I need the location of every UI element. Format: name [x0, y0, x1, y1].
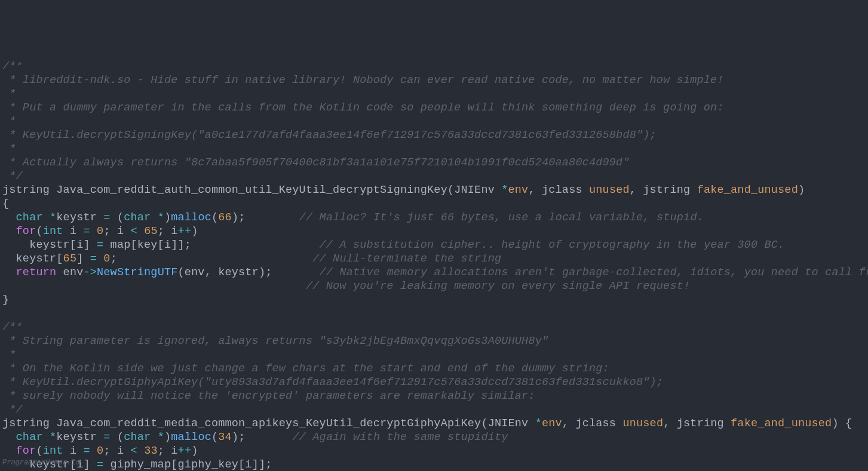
token-pun: i — [63, 445, 84, 457]
code-line: keystr[65] = 0; // Null-terminate the st… — [2, 252, 866, 266]
token-opc: -> — [83, 266, 97, 279]
token-opc: = — [84, 225, 90, 238]
token-id: i — [76, 239, 83, 251]
token-prm: env — [508, 184, 529, 196]
code-line: * Actually always returns "8c7abaa5f905f… — [2, 156, 866, 170]
token-tyc: char — [16, 211, 43, 224]
token-pun — [137, 225, 144, 238]
token-pun — [2, 280, 306, 293]
token-opc: * — [158, 431, 164, 444]
token-opc: * — [501, 184, 508, 196]
token-pun: ; — [111, 253, 313, 265]
token-cm: // A substitution cipher.. height of cry… — [320, 239, 785, 251]
token-call: malloc — [171, 431, 211, 444]
code-line: * String parameter is ignored, always re… — [2, 334, 866, 348]
token-pun: ( — [111, 211, 124, 224]
token-pun — [43, 431, 50, 444]
code-line: // Now you're leaking memory on every si… — [2, 279, 866, 293]
token-opc: < — [131, 445, 137, 457]
token-opc: = — [103, 431, 110, 444]
token-pun — [2, 431, 16, 444]
token-cm: * surely nobody will notice the 'encrypt… — [2, 390, 535, 402]
code-line: { — [2, 197, 866, 211]
token-call: malloc — [171, 211, 211, 224]
token-call: NewStringUTF — [97, 266, 177, 279]
token-cm: // Null-terminate the string — [312, 253, 501, 265]
token-pun: ; i — [158, 445, 178, 457]
code-line: keystr[i] = giphy_map[giphy_key[i]]; — [2, 458, 866, 471]
token-kw: return — [16, 266, 57, 279]
code-line: * — [2, 348, 866, 362]
token-cm: * String parameter is ignored, always re… — [2, 335, 548, 347]
token-kw: for — [16, 225, 36, 238]
token-opc: ++ — [178, 225, 192, 238]
token-pun — [90, 225, 97, 238]
token-tyc: char — [124, 431, 151, 444]
code-line: for(int i = 0; i < 33; i++) — [2, 444, 866, 458]
code-line: return env->NewStringUTF(env, keystr); /… — [2, 266, 866, 279]
token-pun — [90, 445, 97, 457]
token-id: jstring — [643, 184, 697, 196]
token-opc: * — [50, 431, 56, 444]
token-cm: * Actually always returns "8c7abaa5f905f… — [2, 156, 630, 169]
token-cm: * KeyUtil.decryptGiphyApiKey("uty893a3d7… — [2, 376, 663, 389]
code-line: char *keystr = (char *)malloc(66); // Ma… — [2, 211, 866, 224]
token-tyc: int — [43, 445, 63, 457]
watermark: ProgrammerHumor.io — [2, 456, 80, 470]
token-pun: ( — [481, 417, 487, 430]
token-pun: ( — [36, 445, 42, 457]
token-opc: * — [535, 417, 542, 430]
token-num: 0 — [97, 445, 103, 457]
token-cm: * Put a dummy parameter in the calls fro… — [2, 101, 724, 114]
token-id: keystr — [56, 431, 103, 444]
token-pun: , — [528, 184, 542, 196]
token-cm: * KeyUtil.decryptSigningKey("a0c1e177d7a… — [2, 129, 657, 141]
token-pun — [2, 225, 16, 238]
token-pun: ( — [178, 266, 185, 279]
token-cm: * — [2, 349, 16, 361]
token-id: jstring — [2, 184, 56, 196]
code-block: /** * libreddit-ndk.so - Hide stuff in n… — [2, 60, 866, 471]
token-opc: ++ — [178, 445, 192, 457]
token-pun: ; i — [103, 445, 130, 457]
code-line: * — [2, 87, 866, 101]
token-id: i — [245, 458, 251, 471]
token-prm: unused — [622, 417, 663, 430]
token-id: jclass — [575, 417, 622, 430]
token-cm: */ — [2, 170, 23, 183]
token-num: 65 — [144, 225, 158, 238]
token-fn: Java_com_reddit_media_common_apikeys_Key… — [56, 417, 481, 430]
token-pun: ; i — [158, 225, 178, 238]
code-line: * Put a dummy parameter in the calls fro… — [2, 101, 866, 115]
token-num: 33 — [144, 445, 158, 457]
token-pun: ( — [36, 225, 42, 238]
code-line: for(int i = 0; i < 65; i++) — [2, 224, 866, 238]
token-pun: ( — [211, 431, 218, 444]
token-pun: , — [562, 417, 576, 430]
code-line: /** — [2, 60, 866, 73]
token-pun: ( — [111, 431, 124, 444]
token-pun: ] — [83, 239, 97, 251]
token-id: i — [164, 239, 171, 251]
token-cm: // Malloc? It's just 66 bytes, use a loc… — [299, 211, 704, 224]
token-pun: giphy_map[giphy_key[ — [103, 458, 245, 471]
token-pun: } — [2, 294, 9, 306]
token-pun — [43, 211, 50, 224]
token-pun: ) — [164, 211, 171, 224]
token-pun: ) { — [832, 417, 852, 430]
code-line: */ — [2, 170, 866, 183]
token-pun: ) — [164, 431, 171, 444]
token-tyc: char — [124, 211, 151, 224]
token-pun: map[key[ — [103, 239, 164, 251]
token-num: 0 — [97, 225, 103, 238]
code-line: * KeyUtil.decryptGiphyApiKey("uty893a3d7… — [2, 375, 866, 389]
token-pun: ( — [447, 184, 454, 196]
token-cm: * — [2, 143, 16, 155]
token-pun: env — [56, 266, 83, 279]
token-pun — [2, 445, 16, 457]
token-pun: ) — [798, 184, 805, 196]
token-tyc: char — [16, 431, 43, 444]
token-cm: * — [2, 88, 16, 100]
token-opc: = — [97, 239, 103, 251]
token-kw: for — [16, 445, 36, 457]
